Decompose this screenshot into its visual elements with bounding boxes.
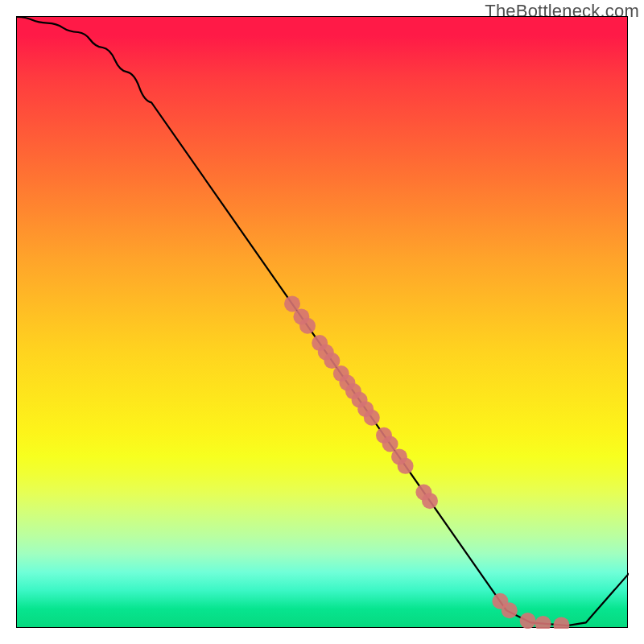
data-point [502, 602, 518, 618]
data-point [299, 318, 316, 334]
data-point [535, 616, 551, 629]
chart-container: TheBottleneck.com [0, 0, 644, 644]
bottleneck-curve [17, 17, 629, 625]
data-point [398, 458, 414, 474]
chart-overlay [17, 17, 629, 629]
data-point [520, 613, 536, 629]
data-point [553, 617, 569, 629]
data-points [284, 295, 569, 629]
plot-area [16, 16, 628, 628]
data-point [364, 410, 380, 426]
data-point [422, 493, 438, 509]
